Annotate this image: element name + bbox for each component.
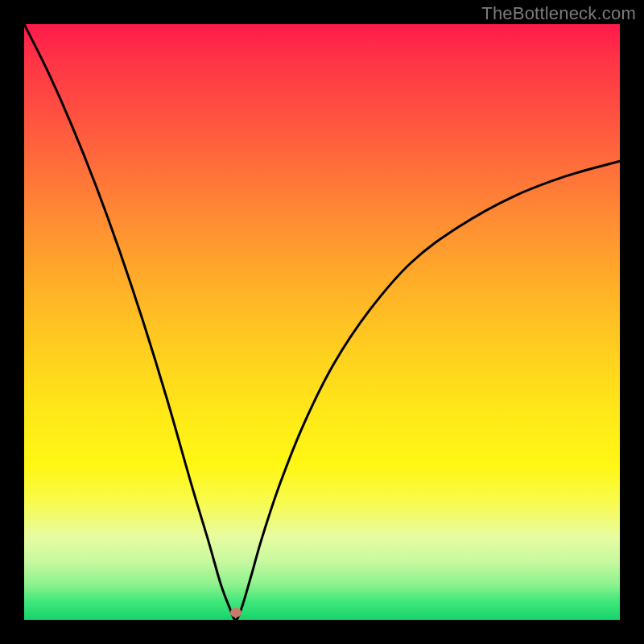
- chart-frame: TheBottleneck.com: [0, 0, 644, 644]
- bottleneck-curve: [24, 24, 620, 620]
- minimum-marker: [230, 608, 242, 617]
- plot-area: [24, 24, 620, 620]
- watermark-text: TheBottleneck.com: [481, 3, 636, 24]
